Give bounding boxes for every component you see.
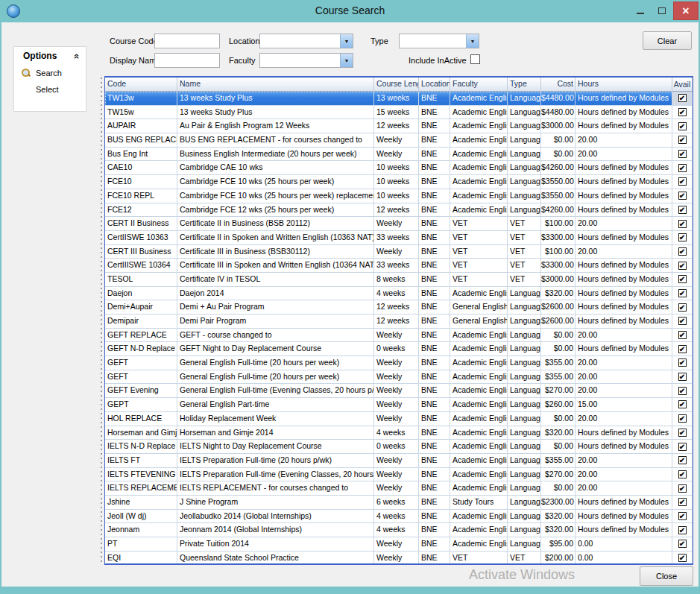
avail-checkbox[interactable]: ✔ [678,177,687,186]
table-row[interactable]: PTPrivate Tuition 2014WeeklyBNEAcademic … [105,537,693,552]
avail-checkbox[interactable]: ✔ [678,400,687,408]
table-row[interactable]: CERT II BusinessCertificate II in Busine… [105,217,693,231]
avail-checkbox[interactable]: ✔ [678,414,687,423]
avail-checkbox[interactable]: ✔ [678,164,687,172]
options-header[interactable]: Options « [14,47,86,65]
table-row[interactable]: GEFT EveningGeneral English Full-time (E… [105,384,693,398]
minimize-button[interactable] [630,0,651,21]
table-row[interactable]: CERT III BusinessCertificate III in Busi… [105,245,693,259]
avail-checkbox[interactable]: ✔ [678,317,687,325]
table-row[interactable]: Horseman and GimjeHorseman and Gimje 201… [105,426,693,440]
chevron-down-icon[interactable]: ▼ [340,54,353,67]
avail-checkbox[interactable]: ✔ [678,526,687,534]
table-row[interactable]: JeonnamJeonnam 2014 (Global Internships)… [105,523,693,537]
avail-checkbox[interactable]: ✔ [678,247,687,256]
close-button[interactable]: Close [640,566,693,586]
avail-checkbox[interactable]: ✔ [678,540,687,548]
faculty-combobox[interactable]: ▼ [259,53,353,68]
avail-checkbox[interactable]: ✔ [678,289,687,297]
avail-checkbox[interactable]: ✔ [678,554,687,562]
panel-splitter-handle[interactable] [99,76,104,565]
table-row[interactable]: TW13w13 weeks Study Plus13 weeksBNEAcade… [105,92,693,106]
table-row[interactable]: GEFT N-D ReplaceGEFT Night to Day Replac… [105,342,693,356]
column-header-avail[interactable]: Avail [672,78,693,92]
table-row[interactable]: IELTS FTEVENINGIELTS Preparation Full-ti… [105,468,693,482]
avail-checkbox[interactable]: ✔ [678,192,687,200]
sidebar-item-select[interactable]: Select [14,81,86,98]
table-row[interactable]: BUS ENG REPLACEMENTBUS ENG REPLACEMENT -… [105,133,693,148]
table-row[interactable]: Jeoll (W dj)Jeollabudko 2014 (Global Int… [105,510,693,524]
avail-checkbox[interactable]: ✔ [678,94,687,102]
avail-checkbox[interactable]: ✔ [678,233,687,241]
chevron-down-icon[interactable]: ▼ [466,34,479,48]
table-row[interactable]: FCE10Cambridge FCE 10 wks (25 hours per … [105,175,693,189]
clear-button[interactable]: Clear [643,31,692,50]
table-row[interactable]: FCE12Cambridge FCE 12 wks (25 hours per … [105,203,693,218]
column-header-location[interactable]: Location [419,78,450,92]
table-row[interactable]: GEFTGeneral English Full-time (20 hours … [105,370,693,385]
avail-checkbox[interactable]: ✔ [678,484,687,493]
cell-hours: 20.00 [576,454,672,468]
avail-checkbox[interactable]: ✔ [678,345,687,353]
avail-checkbox[interactable]: ✔ [678,262,687,270]
avail-checkbox[interactable]: ✔ [678,387,687,395]
sidebar-item-search[interactable]: Search [14,65,86,81]
column-header-code[interactable]: Code [105,78,177,92]
table-row[interactable]: GEPTGeneral English Part-timeWeeklyBNEAc… [105,398,693,412]
table-row[interactable]: IELTS FTIELTS Preparation Full-time (20 … [105,454,693,468]
table-row[interactable]: GEFTGeneral English Full-time (20 hours … [105,356,693,370]
avail-checkbox[interactable]: ✔ [678,150,687,158]
display-name-input[interactable] [154,53,220,68]
collapse-chevron-icon[interactable]: « [72,53,83,58]
avail-checkbox[interactable]: ✔ [678,220,687,228]
avail-checkbox[interactable]: ✔ [678,331,687,339]
avail-checkbox[interactable]: ✔ [678,206,687,214]
table-row[interactable]: GEFT REPLACEGEFT - course changed toWeek… [105,329,693,343]
table-row[interactable]: IELTS N-D ReplaceIELTS Night to Day Repl… [105,440,693,454]
cell-avail: ✔ [672,342,693,356]
cell-code: TW13w [105,92,177,106]
column-header-faculty[interactable]: Faculty [450,78,508,92]
table-row[interactable]: AUPAIRAu Pair & English Program 12 Weeks… [105,119,693,133]
close-window-button[interactable]: × [673,1,699,20]
table-row[interactable]: Bus Eng IntBusiness English Intermediate… [105,148,693,162]
type-combobox[interactable]: ▼ [399,34,479,48]
column-header-hours[interactable]: Hours [576,78,672,92]
avail-checkbox[interactable]: ✔ [678,373,687,381]
avail-checkbox[interactable]: ✔ [678,456,687,464]
table-row[interactable]: FCE10 REPLCambridge FCE 10 wks (25 hours… [105,189,693,203]
table-row[interactable]: TESOLCertificate IV in TESOL8 weeksBNEVE… [105,273,693,287]
chevron-down-icon[interactable]: ▼ [340,34,353,48]
table-row[interactable]: CertIIISWE 10364Certificate III in Spoke… [105,259,693,273]
avail-checkbox[interactable]: ✔ [678,470,687,478]
avail-checkbox[interactable]: ✔ [678,122,687,130]
avail-checkbox[interactable]: ✔ [678,108,687,116]
table-row[interactable]: JshineJ Shine Program6 weeksBNEStudy Tou… [105,496,693,510]
avail-checkbox[interactable]: ✔ [678,303,687,312]
avail-checkbox[interactable]: ✔ [678,275,687,283]
include-inactive-checkbox[interactable] [470,54,480,64]
avail-checkbox[interactable]: ✔ [678,443,687,451]
location-combobox[interactable]: ▼ [259,34,353,48]
avail-checkbox[interactable]: ✔ [678,429,687,437]
table-row[interactable]: TW15w13 weeks Study Plus15 weeksBNEAcade… [105,106,693,120]
table-row[interactable]: DaejonDaejon 20144 weeksBNEAcademic Engl… [105,287,693,301]
cell-location: BNE [419,370,450,385]
table-row[interactable]: CAE10Cambridge CAE 10 wks10 weeksBNEAcad… [105,161,693,175]
column-header-name[interactable]: Name [177,78,374,92]
table-row[interactable]: Demi+AupairDemi + Au Pair Program12 week… [105,300,693,315]
column-header-type[interactable]: Type [508,78,541,92]
avail-checkbox[interactable]: ✔ [678,498,687,506]
table-row[interactable]: CertIISWE 10363Certificate II in Spoken … [105,231,693,245]
course-code-input[interactable] [154,34,220,48]
maximize-button[interactable] [652,0,672,21]
column-header-course-length[interactable]: Course Length [374,78,419,92]
column-header-cost[interactable]: Cost [541,78,576,92]
avail-checkbox[interactable]: ✔ [678,136,687,144]
table-row[interactable]: HOL REPLACEHoliday Replacement WeekWeekl… [105,412,693,426]
table-row[interactable]: IELTS REPLACEMENTIELTS REPLACEMENT - for… [105,481,693,496]
table-row[interactable]: DemipairDemi Pair Program12 weeksBNEGene… [105,315,693,329]
avail-checkbox[interactable]: ✔ [678,358,687,367]
table-row[interactable]: EQIQueensland State School PracticeWeekl… [105,552,693,565]
avail-checkbox[interactable]: ✔ [678,512,687,520]
